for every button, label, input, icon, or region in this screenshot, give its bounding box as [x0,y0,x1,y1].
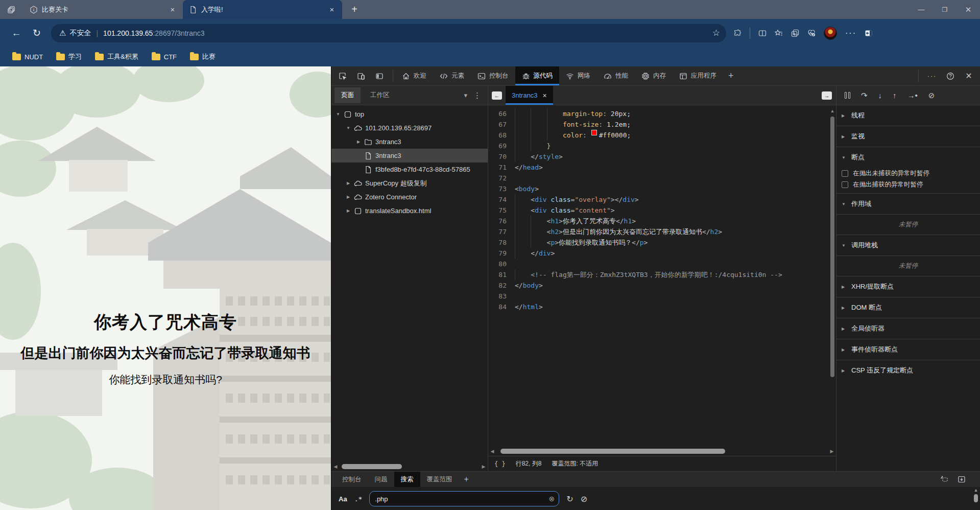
scroll-up-icon[interactable]: ▲ [972,488,979,493]
drawer-tab-覆盖范围[interactable]: 覆盖范围 [420,472,459,487]
drawer-new-tab-button[interactable]: + [459,472,474,487]
line-number[interactable]: 81 [488,269,515,280]
tab-elements[interactable]: 元素 [433,66,471,85]
drawer-tab-搜索[interactable]: 搜索 [394,472,420,487]
line-number[interactable]: 66 [488,108,515,119]
line-number[interactable]: 72 [488,173,515,183]
bookmark-学习[interactable]: 学习 [51,50,87,63]
section-header[interactable]: ▶ 线程 [836,105,980,126]
line-number[interactable]: 69 [488,141,515,151]
section-header[interactable]: ▶ CSP 违反了规定断点 [836,360,980,381]
breakpoint-option[interactable]: 在抛出捕获的异常时暂停 [836,179,980,190]
tree-down-icon[interactable]: ▼ [346,126,351,130]
editor-tab-close-icon[interactable]: × [543,91,547,100]
tab-network[interactable]: 网络 [559,66,597,85]
webpage-viewport[interactable]: 你考入了咒术高专 但是出门前你因为太兴奋而忘记了带录取通知书 你能找到录取通知书… [0,66,331,510]
step-out-icon[interactable]: ↑ [893,91,897,100]
tab-welcome[interactable]: 欢迎 [395,66,433,85]
address-bar[interactable]: ⚠ 不安全 | 101.200.139.65 :28697/3ntranc3 ☆ [51,24,726,42]
tab-close-icon[interactable]: × [327,5,337,14]
editor-vscrollbar[interactable]: ▲ [829,108,836,471]
devtools-help-icon[interactable] [942,68,959,84]
line-number[interactable]: 84 [488,302,515,312]
navigator-menu-icon[interactable]: ⋮ [467,91,488,100]
checkbox[interactable] [842,170,848,177]
tab-workspace[interactable]: 工作区 [364,87,396,103]
dock-bottom-icon[interactable] [958,475,966,483]
avatar[interactable] [824,27,837,40]
devtools-close-icon[interactable]: ✕ [961,68,977,84]
code-area[interactable]: 66margin-top: 20px;67font-size: 1.2em;68… [488,105,836,447]
section-header[interactable]: ▼ 断点 [836,147,980,168]
rotate-device-icon[interactable] [940,475,948,483]
line-number[interactable]: 68 [488,130,515,141]
section-header[interactable]: ▶ 监视 [836,126,980,147]
settings-more-icon[interactable]: ··· [845,29,856,38]
line-number[interactable]: 74 [488,194,515,205]
clear-results-icon[interactable]: ⊘ [581,494,587,504]
tree-right-icon[interactable]: ▶ [356,140,361,144]
editor-hscrollbar[interactable]: ◀ ▶ [488,447,836,456]
devtools-more-icon[interactable]: ··· [924,68,940,84]
section-header[interactable]: ▶ 全局侦听器 [836,318,980,339]
scroll-right-icon[interactable]: ▶ [480,464,488,469]
bookmark-工具&积累[interactable]: 工具&积累 [90,50,144,63]
tree-right-icon[interactable]: ▶ [346,208,351,213]
search-input[interactable] [375,495,548,503]
browser-tab-1[interactable]: 比赛关卡 × [23,0,183,19]
tree-item-translateSandbox.html[interactable]: ▶ translateSandbox.html [331,204,488,218]
bookmark-NUDT[interactable]: NUDT [7,51,48,63]
step-over-icon[interactable]: ↷ [861,91,868,100]
tab-close-icon[interactable]: × [168,5,178,14]
line-number[interactable]: 73 [488,183,515,194]
section-header[interactable]: ▶ 事件侦听器断点 [836,339,980,360]
tab-application[interactable]: 应用程序 [673,66,723,85]
line-number[interactable]: 70 [488,151,515,162]
step-icon[interactable]: →• [907,91,918,100]
breakpoint-option[interactable]: 在抛出未捕获的异常时暂停 [836,168,980,179]
deactivate-breakpoints-icon[interactable]: ⊘ [928,91,935,100]
hide-navigator-icon[interactable]: ← [488,86,506,105]
refresh-icon[interactable]: ↻ [27,27,47,39]
minimize-button[interactable]: — [910,0,933,19]
tree-item-3ntranc3[interactable]: 3ntranc3 [331,149,488,163]
drawer-tab-控制台[interactable]: 控制台 [336,472,368,487]
line-number[interactable]: 80 [488,259,515,269]
scroll-up-icon[interactable]: ▲ [829,108,836,113]
new-tab-button[interactable]: + [347,4,362,15]
section-header[interactable]: ▼ 作用域 [836,194,980,214]
match-case-toggle[interactable]: Aa [339,495,347,503]
color-swatch[interactable] [591,130,597,135]
line-number[interactable]: 78 [488,237,515,248]
line-number[interactable]: 82 [488,280,515,291]
tree-item-101.200.139.65-28697[interactable]: ▼ 101.200.139.65:28697 [331,121,488,135]
inspect-icon[interactable] [334,68,351,84]
workspaces-icon[interactable] [0,6,23,14]
section-header[interactable]: ▶ DOM 断点 [836,297,980,318]
favorites-icon[interactable] [775,29,783,37]
section-header[interactable]: ▼ 调用堆栈 [836,235,980,256]
scroll-left-icon[interactable]: ◀ [488,449,496,454]
collections-icon[interactable] [791,29,799,37]
bookmark-比赛[interactable]: 比赛 [185,50,221,63]
pause-icon[interactable] [845,92,850,99]
device-toolbar-icon[interactable] [353,68,369,84]
extensions-icon[interactable] [733,29,742,37]
drawer-vscrollbar[interactable]: ▲ [972,488,979,510]
checkbox[interactable] [842,181,848,188]
tab-console[interactable]: 控制台 [471,66,515,85]
line-number[interactable]: 79 [488,248,515,259]
line-number[interactable]: 83 [488,291,515,302]
back-icon[interactable]: ← [6,28,27,39]
tree-item-Zotero-Connector[interactable]: ▶ Zotero Connector [331,190,488,204]
bookmark-CTF[interactable]: CTF [147,51,182,63]
maximize-button[interactable]: ❐ [933,0,957,19]
line-number[interactable]: 77 [488,226,515,237]
clear-input-icon[interactable]: ⊗ [549,495,555,503]
navigator-hscrollbar[interactable]: ◀ ▶ [331,462,488,471]
tree-down-icon[interactable]: ▼ [336,112,341,117]
tree-item-3ntranc3[interactable]: ▶ 3ntranc3 [331,135,488,149]
line-number[interactable]: 76 [488,216,515,226]
regex-toggle[interactable]: .* [354,495,363,503]
tree-right-icon[interactable]: ▶ [346,195,351,199]
